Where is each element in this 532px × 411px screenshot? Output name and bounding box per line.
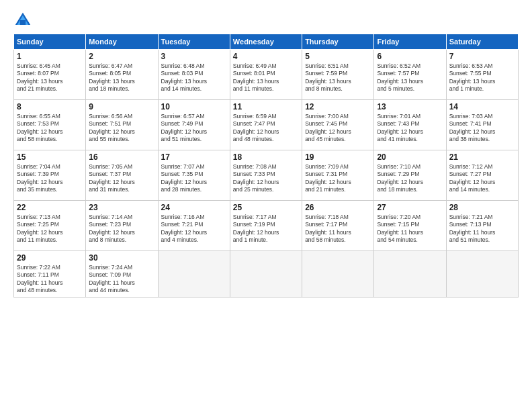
day-number: 2 [89, 52, 154, 61]
calendar-cell: 15Sunrise: 7:04 AM Sunset: 7:39 PM Dayli… [14, 150, 86, 201]
col-header-friday: Friday [374, 34, 446, 50]
day-number: 8 [17, 102, 83, 111]
day-info: Sunrise: 6:57 AM Sunset: 7:49 PM Dayligh… [161, 113, 227, 144]
calendar-cell: 14Sunrise: 7:03 AM Sunset: 7:41 PM Dayli… [446, 100, 518, 150]
calendar-cell: 3Sunrise: 6:48 AM Sunset: 8:03 PM Daylig… [158, 50, 230, 100]
day-info: Sunrise: 7:13 AM Sunset: 7:25 PM Dayligh… [17, 214, 83, 244]
day-number: 20 [377, 152, 443, 162]
day-number: 17 [161, 152, 227, 162]
calendar-week-5: 29Sunrise: 7:22 AM Sunset: 7:11 PM Dayli… [14, 251, 519, 298]
day-number: 3 [161, 52, 227, 61]
day-number: 24 [161, 203, 227, 212]
calendar-cell [374, 251, 446, 298]
calendar-cell: 20Sunrise: 7:10 AM Sunset: 7:29 PM Dayli… [374, 150, 446, 201]
calendar-cell: 28Sunrise: 7:21 AM Sunset: 7:13 PM Dayli… [446, 201, 518, 251]
day-number: 12 [305, 102, 371, 111]
calendar-cell: 24Sunrise: 7:16 AM Sunset: 7:21 PM Dayli… [158, 201, 230, 251]
calendar-cell: 13Sunrise: 7:01 AM Sunset: 7:43 PM Dayli… [374, 100, 446, 150]
day-info: Sunrise: 7:09 AM Sunset: 7:31 PM Dayligh… [305, 163, 371, 194]
day-number: 10 [161, 102, 227, 111]
day-info: Sunrise: 7:01 AM Sunset: 7:43 PM Dayligh… [377, 113, 443, 144]
calendar-cell: 17Sunrise: 7:07 AM Sunset: 7:35 PM Dayli… [158, 150, 230, 201]
calendar-cell: 7Sunrise: 6:53 AM Sunset: 7:55 PM Daylig… [446, 50, 518, 100]
day-number: 27 [377, 203, 443, 212]
day-number: 30 [89, 253, 154, 263]
calendar-week-2: 8Sunrise: 6:55 AM Sunset: 7:53 PM Daylig… [14, 100, 519, 150]
day-info: Sunrise: 7:04 AM Sunset: 7:39 PM Dayligh… [17, 163, 83, 194]
col-header-thursday: Thursday [302, 34, 374, 50]
day-number: 6 [377, 52, 443, 61]
header [13, 11, 519, 30]
day-info: Sunrise: 6:47 AM Sunset: 8:05 PM Dayligh… [89, 62, 154, 93]
calendar-cell: 8Sunrise: 6:55 AM Sunset: 7:53 PM Daylig… [14, 100, 86, 150]
day-info: Sunrise: 7:00 AM Sunset: 7:45 PM Dayligh… [305, 113, 371, 144]
day-info: Sunrise: 6:53 AM Sunset: 7:55 PM Dayligh… [449, 62, 515, 93]
calendar-cell: 16Sunrise: 7:05 AM Sunset: 7:37 PM Dayli… [86, 150, 158, 201]
calendar-week-3: 15Sunrise: 7:04 AM Sunset: 7:39 PM Dayli… [14, 150, 519, 201]
day-info: Sunrise: 7:22 AM Sunset: 7:11 PM Dayligh… [17, 264, 83, 295]
day-info: Sunrise: 7:20 AM Sunset: 7:15 PM Dayligh… [377, 214, 443, 244]
calendar-cell: 23Sunrise: 7:14 AM Sunset: 7:23 PM Dayli… [86, 201, 158, 251]
day-info: Sunrise: 7:07 AM Sunset: 7:35 PM Dayligh… [161, 163, 227, 194]
day-number: 5 [305, 52, 371, 61]
day-number: 15 [17, 152, 83, 162]
calendar-cell [158, 251, 230, 298]
calendar-cell: 5Sunrise: 6:51 AM Sunset: 7:59 PM Daylig… [302, 50, 374, 100]
calendar-cell: 29Sunrise: 7:22 AM Sunset: 7:11 PM Dayli… [14, 251, 86, 298]
col-header-monday: Monday [86, 34, 158, 50]
day-info: Sunrise: 7:21 AM Sunset: 7:13 PM Dayligh… [449, 214, 515, 244]
calendar-cell: 21Sunrise: 7:12 AM Sunset: 7:27 PM Dayli… [446, 150, 518, 201]
calendar-cell: 27Sunrise: 7:20 AM Sunset: 7:15 PM Dayli… [374, 201, 446, 251]
calendar-cell [302, 251, 374, 298]
col-header-tuesday: Tuesday [158, 34, 230, 50]
calendar-cell: 25Sunrise: 7:17 AM Sunset: 7:19 PM Dayli… [230, 201, 302, 251]
day-number: 21 [449, 152, 515, 162]
day-info: Sunrise: 6:52 AM Sunset: 7:57 PM Dayligh… [377, 62, 443, 93]
calendar-cell: 11Sunrise: 6:59 AM Sunset: 7:47 PM Dayli… [230, 100, 302, 150]
col-header-saturday: Saturday [446, 34, 518, 50]
day-info: Sunrise: 6:56 AM Sunset: 7:51 PM Dayligh… [89, 113, 154, 144]
logo [13, 11, 35, 30]
day-info: Sunrise: 6:51 AM Sunset: 7:59 PM Dayligh… [305, 62, 371, 93]
day-info: Sunrise: 7:12 AM Sunset: 7:27 PM Dayligh… [449, 163, 515, 194]
day-info: Sunrise: 7:17 AM Sunset: 7:19 PM Dayligh… [233, 214, 299, 244]
day-number: 18 [233, 152, 299, 162]
day-info: Sunrise: 7:18 AM Sunset: 7:17 PM Dayligh… [305, 214, 371, 244]
day-info: Sunrise: 6:59 AM Sunset: 7:47 PM Dayligh… [233, 113, 299, 144]
calendar-cell: 4Sunrise: 6:49 AM Sunset: 8:01 PM Daylig… [230, 50, 302, 100]
calendar-cell: 1Sunrise: 6:45 AM Sunset: 8:07 PM Daylig… [14, 50, 86, 100]
day-number: 29 [17, 253, 83, 263]
calendar-cell: 30Sunrise: 7:24 AM Sunset: 7:09 PM Dayli… [86, 251, 158, 298]
calendar-cell [446, 251, 518, 298]
day-number: 7 [449, 52, 515, 61]
day-info: Sunrise: 6:49 AM Sunset: 8:01 PM Dayligh… [233, 62, 299, 93]
day-info: Sunrise: 6:48 AM Sunset: 8:03 PM Dayligh… [161, 62, 227, 93]
day-info: Sunrise: 7:03 AM Sunset: 7:41 PM Dayligh… [449, 113, 515, 144]
day-number: 1 [17, 52, 83, 61]
day-info: Sunrise: 6:45 AM Sunset: 8:07 PM Dayligh… [17, 62, 83, 93]
day-info: Sunrise: 7:08 AM Sunset: 7:33 PM Dayligh… [233, 163, 299, 194]
calendar-cell: 22Sunrise: 7:13 AM Sunset: 7:25 PM Dayli… [14, 201, 86, 251]
day-number: 25 [233, 203, 299, 212]
svg-rect-2 [20, 20, 26, 25]
logo-icon [13, 11, 32, 30]
calendar-cell: 6Sunrise: 6:52 AM Sunset: 7:57 PM Daylig… [374, 50, 446, 100]
day-number: 22 [17, 203, 83, 212]
calendar-cell: 18Sunrise: 7:08 AM Sunset: 7:33 PM Dayli… [230, 150, 302, 201]
calendar-week-1: 1Sunrise: 6:45 AM Sunset: 8:07 PM Daylig… [14, 50, 519, 100]
day-number: 19 [305, 152, 371, 162]
day-info: Sunrise: 7:16 AM Sunset: 7:21 PM Dayligh… [161, 214, 227, 244]
calendar-cell: 10Sunrise: 6:57 AM Sunset: 7:49 PM Dayli… [158, 100, 230, 150]
calendar-cell: 26Sunrise: 7:18 AM Sunset: 7:17 PM Dayli… [302, 201, 374, 251]
calendar-table: SundayMondayTuesdayWednesdayThursdayFrid… [13, 34, 519, 298]
day-number: 16 [89, 152, 154, 162]
calendar-page: SundayMondayTuesdayWednesdayThursdayFrid… [0, 0, 532, 411]
day-info: Sunrise: 7:14 AM Sunset: 7:23 PM Dayligh… [89, 214, 154, 244]
col-header-sunday: Sunday [14, 34, 86, 50]
calendar-week-4: 22Sunrise: 7:13 AM Sunset: 7:25 PM Dayli… [14, 201, 519, 251]
calendar-cell: 19Sunrise: 7:09 AM Sunset: 7:31 PM Dayli… [302, 150, 374, 201]
day-number: 9 [89, 102, 154, 111]
calendar-cell: 12Sunrise: 7:00 AM Sunset: 7:45 PM Dayli… [302, 100, 374, 150]
day-number: 4 [233, 52, 299, 61]
day-info: Sunrise: 7:24 AM Sunset: 7:09 PM Dayligh… [89, 264, 154, 295]
